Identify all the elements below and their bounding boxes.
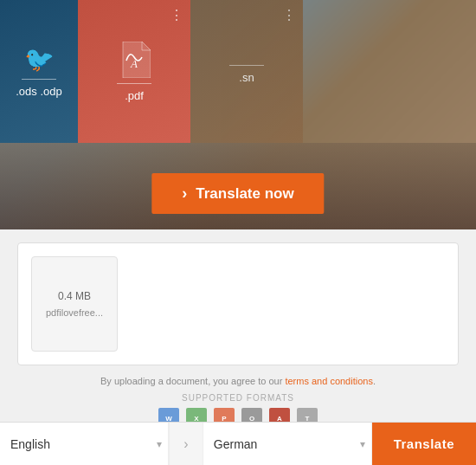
upload-box[interactable]: 0.4 MB pdfilovefree... (17, 242, 459, 365)
terms-prefix: By uploading a document, you agree to ou… (100, 376, 285, 386)
bottom-toolbar: English French Spanish German Italian ▾ … (0, 422, 476, 465)
card-extension-sn: .sn (239, 71, 254, 84)
bird-icon: 🐦 (24, 45, 55, 74)
card-extension-pdf: .pdf (125, 89, 144, 102)
supported-formats-label: SUPPORTED FORMATS (17, 393, 459, 403)
card-divider (22, 79, 56, 80)
target-language-select[interactable]: German French Spanish English Italian (203, 423, 372, 466)
menu-icon-sn: ⋮ (282, 7, 296, 23)
source-language-select[interactable]: English French Spanish German Italian (0, 423, 169, 466)
file-card-pdf: ⋮ A .pdf (78, 0, 190, 143)
terms-suffix: . (373, 376, 376, 386)
chevron-icon: › (182, 184, 187, 203)
file-card-ods: 🐦 .ods .odp (0, 0, 78, 143)
menu-icon: ⋮ (170, 7, 183, 23)
card-extension-ods: .ods .odp (16, 85, 62, 98)
card-divider-sn (229, 65, 264, 66)
file-cards: 🐦 .ods .odp ⋮ A .pdf ⋮ .sn (0, 0, 476, 143)
file-card-sn: ⋮ .sn (190, 0, 303, 143)
translate-now-button[interactable]: › Translate now (151, 173, 324, 214)
translate-now-label: Translate now (196, 185, 293, 203)
terms-text: By uploading a document, you agree to ou… (17, 376, 459, 386)
pdf-icon: A (118, 42, 151, 78)
source-language-wrap[interactable]: English French Spanish German Italian ▾ (0, 423, 169, 466)
banner: 🐦 .ods .odp ⋮ A .pdf ⋮ .sn › (0, 0, 476, 229)
translate-button[interactable]: Translate (372, 423, 476, 466)
card-divider-pdf (117, 83, 151, 84)
file-size: 0.4 MB (58, 290, 91, 302)
terms-link[interactable]: terms and conditions (285, 376, 373, 386)
file-thumbnail: 0.4 MB pdfilovefree... (31, 256, 118, 352)
target-language-wrap[interactable]: German French Spanish English Italian ▾ (203, 423, 372, 466)
translate-button-label: Translate (394, 436, 454, 451)
swap-icon: › (183, 436, 188, 452)
swap-languages-button[interactable]: › (169, 423, 203, 466)
file-name: pdfilovefree... (46, 307, 103, 318)
